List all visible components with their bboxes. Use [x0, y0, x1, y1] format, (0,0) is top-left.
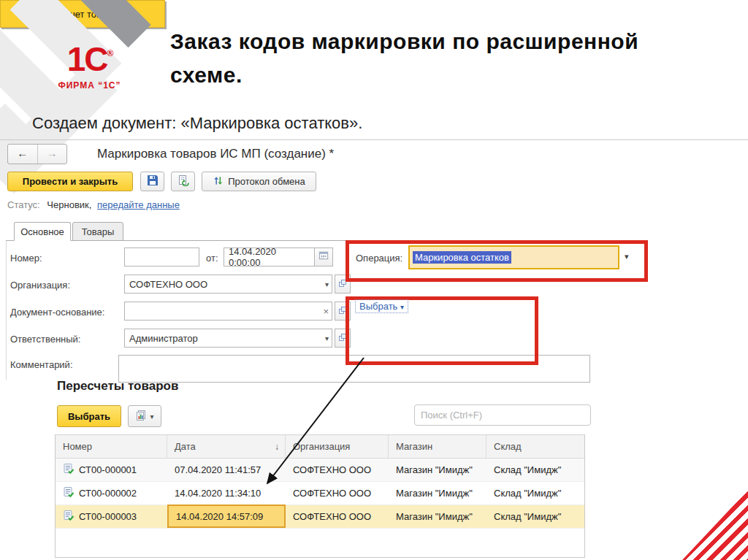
table-row-selected[interactable]: СТ00-000003 14.04.2020 14:57:09 СОФТЕХНО…: [56, 505, 584, 529]
window-title: Маркировка товаров ИС МП (создание) *: [97, 147, 334, 161]
report-icon: [135, 410, 147, 423]
choose-link[interactable]: Выбрать ▾: [355, 299, 408, 313]
calendar-icon: [318, 250, 329, 264]
number-input[interactable]: [124, 248, 199, 266]
status-line: Статус: Черновик, передайте данные: [7, 199, 180, 210]
document-check-icon: [63, 510, 75, 523]
logo-mark: 1С®: [44, 35, 135, 77]
operation-input[interactable]: Маркировка остатков: [408, 245, 619, 269]
exchange-arrows-icon: [213, 175, 224, 188]
column-header-organization[interactable]: Организация: [286, 435, 389, 458]
save-icon: [147, 174, 159, 188]
tab-goods[interactable]: Товары: [72, 222, 123, 241]
base-document-label: Документ-основание:: [10, 307, 104, 318]
status-value: Черновик,: [47, 199, 91, 210]
comment-label: Комментарий:: [10, 359, 73, 370]
column-header-shop[interactable]: Магазин: [389, 435, 486, 458]
organization-combo[interactable]: СОФТЕХНО ООО ▾: [124, 275, 332, 294]
group-left-border: [6, 241, 7, 380]
recounts-section-header: Пересчеты товаров: [57, 379, 178, 394]
document-check-icon: [63, 486, 75, 500]
document-check-icon: [63, 463, 75, 477]
chevron-down-icon: ▾: [150, 413, 153, 421]
post-and-close-button[interactable]: Провести и закрыть: [7, 172, 133, 191]
table-row[interactable]: СТ00-000002 14.04.2020 11:34:10 СОФТЕХНО…: [56, 482, 584, 505]
post-document-icon: [178, 174, 189, 188]
highlighted-date-cell: 14.04.2020 14:57:09: [167, 505, 286, 528]
choose-button[interactable]: Выбрать: [57, 405, 121, 427]
base-document-input[interactable]: ×: [124, 302, 332, 321]
nav-buttons: ← →: [7, 144, 67, 164]
operation-label: Операция:: [356, 253, 402, 264]
column-header-warehouse[interactable]: Склад: [486, 435, 584, 458]
nav-back-button[interactable]: ←: [8, 145, 38, 164]
date-from-label: от:: [206, 253, 218, 264]
slide: 1С® ФИРМА “1С” Заказ кодов маркировки по…: [0, 0, 748, 560]
recounts-table: Номер Дата ↓ Организация Магазин Склад С…: [55, 434, 585, 558]
sort-desc-icon: ↓: [275, 442, 279, 452]
table-row[interactable]: СТ00-000001 07.04.2020 11:41:57 СОФТЕХНО…: [56, 459, 584, 482]
table-header-row: Номер Дата ↓ Организация Магазин Склад: [56, 435, 584, 459]
save-button[interactable]: [140, 172, 164, 191]
decor-corner-stripes: [682, 490, 748, 560]
tab-main[interactable]: Основное: [14, 222, 71, 241]
logo-caption: ФИРМА “1С”: [44, 80, 135, 91]
create-report-button[interactable]: ▾: [128, 405, 161, 427]
nav-forward-button[interactable]: →: [38, 145, 67, 164]
chevron-down-icon[interactable]: ▾: [325, 329, 329, 347]
exchange-protocol-button[interactable]: Протокол обмена: [202, 172, 316, 191]
chevron-down-icon: ▾: [400, 303, 404, 311]
organization-label: Организация:: [10, 280, 70, 291]
operation-selected-text: Маркировка остатков: [413, 251, 511, 264]
post-document-button[interactable]: [171, 172, 195, 191]
header-separator: [0, 139, 748, 140]
clear-icon[interactable]: ×: [323, 302, 329, 320]
status-label: Статус:: [7, 199, 40, 210]
responsible-combo[interactable]: Администратор ▾: [124, 329, 332, 348]
number-label: Номер:: [10, 253, 42, 264]
date-input[interactable]: 14.04.2020 0:00:00: [224, 248, 315, 266]
responsible-label: Ответственный:: [10, 334, 80, 345]
calendar-button[interactable]: [314, 248, 333, 266]
operation-dropdown-button[interactable]: ▾: [625, 252, 629, 261]
logo-1c: 1С® ФИРМА “1С”: [44, 35, 135, 91]
chevron-down-icon[interactable]: ▾: [325, 275, 329, 293]
search-input[interactable]: [414, 404, 591, 426]
page-title: Заказ кодов маркировки по расширенной сх…: [170, 25, 711, 92]
slide-subtitle: Создаем документ: «Маркировка остатков».: [32, 114, 362, 133]
send-data-link[interactable]: передайте данные: [97, 199, 180, 210]
column-header-number[interactable]: Номер: [56, 435, 167, 458]
column-header-date[interactable]: Дата ↓: [167, 435, 286, 458]
